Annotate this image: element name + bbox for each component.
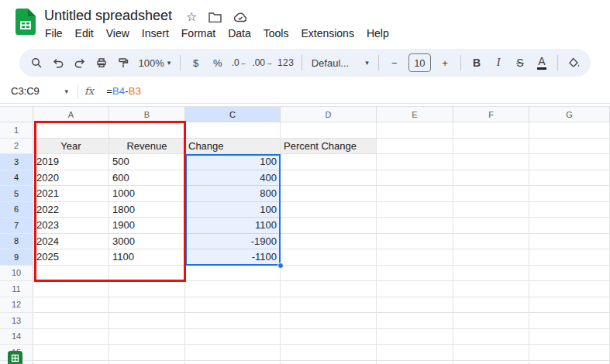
cell-F16[interactable] (453, 361, 529, 364)
cell-G13[interactable] (529, 313, 610, 329)
cell-F8[interactable] (453, 234, 529, 250)
cell-B13[interactable] (109, 313, 185, 329)
cell-F9[interactable] (453, 249, 529, 266)
cell-B14[interactable] (109, 329, 185, 345)
cell-D6[interactable] (281, 202, 377, 218)
bold-button[interactable]: B (466, 52, 488, 74)
cell-C15[interactable] (185, 345, 281, 361)
cell-E10[interactable] (377, 266, 453, 282)
cell-D3[interactable] (281, 154, 377, 170)
row-header-2[interactable]: 2 (0, 139, 33, 155)
column-header-C[interactable]: C (185, 106, 281, 122)
cell-F11[interactable] (453, 281, 529, 297)
cell-A7[interactable]: 2023 (33, 218, 109, 234)
cell-G3[interactable] (529, 154, 610, 170)
menu-tools[interactable]: Tools (257, 26, 295, 41)
cell-G10[interactable] (529, 266, 610, 282)
cell-B15[interactable] (109, 345, 185, 361)
cell-E13[interactable] (377, 313, 453, 329)
cell-A5[interactable]: 2021 (33, 186, 109, 202)
cell-G4[interactable] (529, 170, 610, 187)
cell-G5[interactable] (529, 186, 610, 202)
cell-F1[interactable] (453, 122, 529, 139)
cell-C8[interactable]: -1900 (185, 234, 281, 250)
cell-D14[interactable] (281, 329, 377, 345)
cell-C12[interactable] (185, 297, 281, 314)
cell-A2[interactable]: Year (33, 139, 109, 155)
cell-C4[interactable]: 400 (185, 170, 281, 187)
cell-A4[interactable]: 2020 (33, 170, 109, 187)
decrease-decimal-button[interactable]: .0 ← (229, 52, 250, 74)
menu-data[interactable]: Data (222, 26, 257, 41)
cell-C5[interactable]: 800 (185, 186, 281, 202)
search-button[interactable] (26, 52, 47, 74)
cell-A16[interactable] (33, 361, 109, 364)
cell-B1[interactable] (109, 122, 185, 139)
undo-button[interactable] (47, 52, 69, 74)
cell-E11[interactable] (377, 281, 453, 297)
cell-C1[interactable] (185, 122, 281, 139)
cell-A6[interactable]: 2022 (33, 202, 109, 218)
cell-F7[interactable] (453, 218, 529, 234)
cell-C2[interactable]: Change (185, 139, 281, 155)
cell-D10[interactable] (281, 266, 377, 282)
cell-E3[interactable] (377, 154, 453, 170)
cell-E8[interactable] (377, 234, 453, 250)
cell-C16[interactable] (185, 361, 281, 364)
cell-A8[interactable]: 2024 (33, 234, 109, 250)
row-header-7[interactable]: 7 (0, 218, 33, 234)
cell-D8[interactable] (281, 234, 377, 250)
cell-A13[interactable] (33, 313, 109, 329)
cell-G15[interactable] (529, 345, 610, 361)
cell-C3[interactable]: 100 (185, 154, 281, 170)
menu-extensions[interactable]: Extensions (295, 26, 360, 41)
row-header-5[interactable]: 5 (0, 186, 33, 202)
cell-B16[interactable] (109, 361, 185, 364)
cell-E16[interactable] (377, 361, 453, 364)
cell-C7[interactable]: 1100 (185, 218, 281, 234)
column-header-A[interactable]: A (33, 106, 109, 122)
cell-A11[interactable] (33, 281, 109, 297)
cell-G11[interactable] (529, 281, 610, 297)
cell-F5[interactable] (453, 186, 529, 202)
paint-format-button[interactable] (112, 52, 134, 74)
menu-file[interactable]: File (39, 26, 69, 41)
cell-E7[interactable] (377, 218, 453, 234)
cell-G8[interactable] (529, 234, 610, 250)
cell-B6[interactable]: 1800 (109, 202, 185, 218)
column-header-E[interactable]: E (377, 106, 453, 122)
cell-A14[interactable] (33, 329, 109, 345)
italic-button[interactable]: I (488, 52, 509, 74)
fill-handle[interactable] (277, 263, 284, 269)
row-header-13[interactable]: 13 (0, 313, 33, 329)
font-family-selector[interactable]: Defaul... ▾ (307, 52, 374, 74)
row-header-3[interactable]: 3 (0, 154, 33, 170)
row-header-1[interactable]: 1 (0, 122, 33, 139)
cell-G2[interactable] (529, 139, 610, 155)
menu-insert[interactable]: Insert (136, 26, 175, 41)
cell-D4[interactable] (281, 170, 377, 187)
cell-D7[interactable] (281, 218, 377, 234)
cell-G1[interactable] (529, 122, 610, 139)
cell-B8[interactable]: 3000 (109, 234, 185, 250)
cell-D16[interactable] (281, 361, 377, 364)
column-header-G[interactable]: G (529, 106, 610, 122)
cell-F6[interactable] (453, 202, 529, 218)
row-header-8[interactable]: 8 (0, 234, 33, 250)
cell-B11[interactable] (109, 281, 185, 297)
cell-E12[interactable] (377, 297, 453, 314)
cell-C14[interactable] (185, 329, 281, 345)
cell-F3[interactable] (453, 154, 529, 170)
column-header-B[interactable]: B (109, 106, 185, 122)
cell-D2[interactable]: Percent Change (281, 139, 377, 155)
cell-A9[interactable]: 2025 (33, 249, 109, 266)
cell-F13[interactable] (453, 313, 529, 329)
name-box[interactable]: C3:C9 ▾ (0, 85, 68, 97)
currency-format-button[interactable]: $ (185, 52, 207, 74)
print-button[interactable] (91, 52, 112, 74)
menu-view[interactable]: View (100, 26, 136, 41)
formula-input[interactable]: = B4 - B3 (106, 85, 141, 97)
cell-G7[interactable] (529, 218, 610, 234)
cell-D13[interactable] (281, 313, 377, 329)
cell-B12[interactable] (109, 297, 185, 314)
